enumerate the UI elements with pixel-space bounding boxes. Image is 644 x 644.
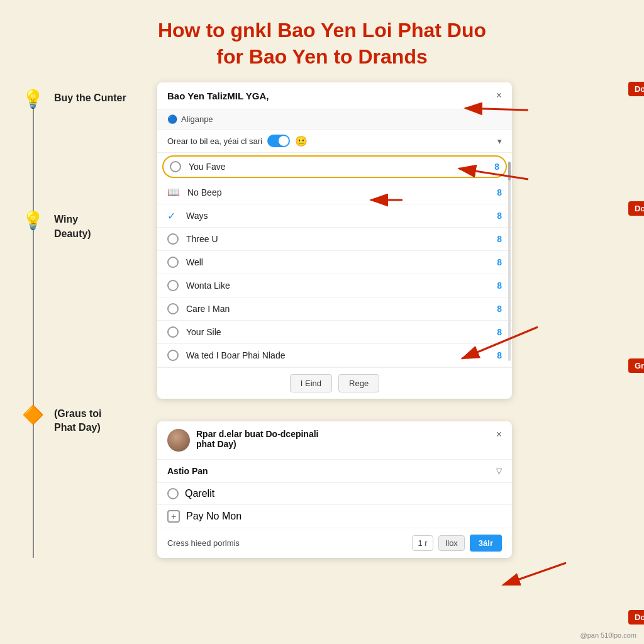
item-label-wonta-like: Wonta Like	[186, 280, 489, 291]
item-badge-you-fave: 8	[494, 162, 499, 172]
filter-row: Orear to bil ea, yéai cl sari 😐 ▾	[157, 130, 512, 153]
item-label-care-man: Care I Man	[186, 304, 489, 314]
list-item-ways[interactable]: ✓ Ways 8	[157, 204, 512, 228]
radio-three-u[interactable]	[167, 233, 179, 245]
item-label-well: Well	[186, 257, 489, 267]
annotation-3-label: Doy ineaolder	[628, 201, 644, 216]
item-badge-wonta-like: 8	[497, 280, 502, 291]
item-badge-ways: 8	[497, 211, 502, 221]
item-badge-your-sile: 8	[497, 327, 502, 337]
page-title: How to gnkl Bao Yen Loi Phat Duo for Bao…	[0, 0, 644, 82]
list-item-no-beep[interactable]: 📖 No Beep 8	[157, 180, 512, 204]
annotation-3-container: 3. Doy ineaolder	[628, 202, 638, 215]
footer-label: Cress hieed porlmis	[167, 538, 407, 548]
dropdown-arrow-icon[interactable]: ▾	[497, 136, 502, 146]
subheader-icon: 🔵	[167, 114, 177, 124]
list-item-care-man[interactable]: Care I Man 8	[157, 297, 512, 321]
radio-you-fave[interactable]	[170, 161, 181, 172]
sidebar: 💡 Buy the Cunter 💡 WinyDeauty) 🔶 (Graus …	[19, 82, 157, 558]
label-pay-no-mon: Pay No Mon	[186, 511, 242, 522]
timeline-line	[33, 108, 34, 558]
top-dialog: Bao Yen TalizMIL YGA, × 🔵 Aliganpe Orear…	[157, 82, 512, 399]
section-header: Astio Pan ▽	[157, 460, 512, 483]
filter-text: Orear to bil ea, yéai cl sari	[167, 136, 262, 146]
sidebar-text-2: WinyDeauty)	[54, 210, 91, 241]
list-item-three-u[interactable]: Three U 8	[157, 228, 512, 251]
annotation-2-label: Download button	[628, 82, 644, 96]
sidebar-item-3: 🔶 (Graus toiPhat Day)	[19, 404, 157, 435]
annotation-1-container: 1. Download packton	[628, 611, 638, 624]
item-badge-no-beep: 8	[497, 187, 502, 197]
sidebar-text-3: (Graus toiPhat Day)	[54, 404, 102, 435]
bottom-item-qarelit[interactable]: Qarelit	[157, 483, 512, 505]
bottom-title: Rpar d.elar buat Do-dcepinaliphat Day)	[196, 429, 490, 449]
bulb-icon-1: 💡	[19, 89, 47, 109]
item-label-wa-ted: Wa ted I Boar Phai Nlade	[186, 350, 489, 360]
rege-button[interactable]: Rege	[338, 374, 379, 392]
radio-care-man[interactable]	[167, 303, 179, 314]
radio-qarelit[interactable]	[167, 488, 179, 499]
bulb-icon-2: 💡	[19, 210, 47, 231]
list-item-well[interactable]: Well 8	[157, 251, 512, 274]
footer-primary-button[interactable]: 3álr	[470, 535, 502, 552]
sidebar-text-1: Buy the Cunter	[54, 89, 126, 105]
plus-icon: +	[167, 510, 180, 523]
close-button-top[interactable]: ×	[496, 90, 502, 101]
list-item-wonta-like[interactable]: Wonta Like 8	[157, 274, 512, 297]
item-label-no-beep: No Beep	[187, 187, 489, 197]
dialog-footer: I Eind Rege	[157, 367, 512, 399]
list-item-you-fave[interactable]: You Fave 8	[162, 155, 507, 178]
item-badge-care-man: 8	[497, 304, 502, 314]
sidebar-item-2: 💡 WinyDeauty)	[19, 210, 157, 241]
footer-action-button[interactable]: Ilox	[438, 535, 465, 551]
item-badge-wa-ted: 8	[497, 350, 502, 360]
close-button-bottom[interactable]: ×	[496, 429, 502, 440]
checkmark-icon: ✓	[167, 210, 179, 221]
subheader: 🔵 Aliganpe	[157, 109, 512, 130]
list-item-wa-ted[interactable]: Wa ted I Boar Phai Nlade 8	[157, 344, 512, 367]
section-arrow-icon[interactable]: ▽	[496, 467, 502, 475]
annotation-2-container: 2. Download button	[628, 82, 638, 96]
avatar-image	[167, 429, 190, 452]
find-button[interactable]: I Eind	[290, 374, 332, 392]
item-label-three-u: Three U	[186, 234, 489, 244]
dialog-title: Bao Yen TalizMIL YGA,	[167, 91, 269, 101]
radio-your-sile[interactable]	[167, 326, 179, 338]
bottom-footer: Cress hieed porlmis 1 r Ilox 3álr	[157, 528, 512, 558]
scrollbar-thumb[interactable]	[508, 162, 511, 180]
list-item-your-sile[interactable]: Your Sile 8	[157, 321, 512, 344]
bottom-item-pay-no-mon[interactable]: + Pay No Mon	[157, 505, 512, 528]
item-badge-three-u: 8	[497, 234, 502, 244]
toggle-switch[interactable]	[267, 135, 290, 147]
radio-wonta-like[interactable]	[167, 280, 179, 291]
book-icon: 📖	[167, 186, 180, 198]
item-badge-well: 8	[497, 257, 502, 267]
radio-well[interactable]	[167, 257, 179, 268]
section-title: Astio Pan	[167, 466, 208, 476]
bottom-header: Rpar d.elar buat Do-dcepinaliphat Day) ×	[157, 421, 512, 460]
scrollbar[interactable]	[508, 162, 511, 361]
annotation-4-label: Grtxlis downloder	[628, 358, 644, 373]
annotation-4-container: 4. Grtxlis downloder	[628, 359, 638, 372]
radio-wa-ted[interactable]	[167, 350, 179, 361]
item-label-your-sile: Your Sile	[186, 327, 489, 337]
sidebar-item-1: 💡 Buy the Cunter	[19, 89, 157, 109]
bottom-dialog: Rpar d.elar buat Do-dcepinaliphat Day) ×…	[157, 421, 512, 558]
subheader-label: Aliganpe	[181, 114, 213, 124]
avatar	[167, 429, 190, 452]
item-label-you-fave: You Fave	[189, 162, 487, 172]
dialog-header: Bao Yen TalizMIL YGA, ×	[157, 82, 512, 109]
footer-count: 1 r	[412, 535, 433, 551]
svg-line-5	[503, 563, 566, 585]
item-label-ways: Ways	[186, 211, 489, 221]
emoji-icon: 😐	[295, 135, 308, 147]
label-qarelit: Qarelit	[185, 488, 214, 499]
annotation-1-label: Download packton	[628, 610, 644, 625]
watermark: @pan 510lpo.com	[580, 631, 636, 639]
coin-icon: 🔶	[19, 404, 47, 425]
panels-area: Bao Yen TalizMIL YGA, × 🔵 Aliganpe Orear…	[157, 82, 625, 558]
